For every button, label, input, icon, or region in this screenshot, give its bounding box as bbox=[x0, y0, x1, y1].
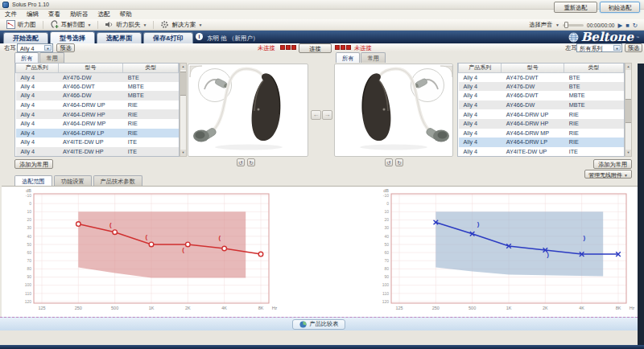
select-sound-dropdown[interactable]: 选择声音 bbox=[529, 21, 552, 29]
right-ear-series-select[interactable]: Ally 4▼ bbox=[17, 43, 53, 52]
product-compare-button[interactable]: 产品比较表 bbox=[292, 319, 346, 330]
svg-text:4K: 4K bbox=[579, 306, 584, 310]
scroll-down-icon[interactable]: ▼ bbox=[625, 150, 631, 156]
column-header[interactable]: 产品系列 bbox=[16, 64, 59, 72]
bottom-strip bbox=[0, 345, 644, 349]
solutions-button[interactable]: 解决方案▼ bbox=[155, 20, 207, 30]
svg-text:dB: dB bbox=[383, 188, 389, 193]
bottom-tab-0[interactable]: 选配范围 bbox=[14, 175, 52, 187]
column-header[interactable]: 产品系列 bbox=[459, 64, 502, 72]
tab-2[interactable]: 选配界面 bbox=[97, 32, 142, 43]
copy-to-right-icon[interactable]: → bbox=[322, 110, 332, 120]
cell: RIE bbox=[123, 119, 179, 129]
tab-1[interactable]: 型号选择 bbox=[50, 31, 95, 43]
rotate-right-icon[interactable]: ↻ bbox=[247, 158, 255, 166]
info-icon[interactable]: i bbox=[196, 33, 203, 40]
svg-text:125: 125 bbox=[395, 306, 402, 310]
table-row[interactable]: Ally 4AY464-DRW LPRIE bbox=[459, 138, 624, 147]
svg-text:110: 110 bbox=[25, 291, 31, 296]
ear-anatomy-button[interactable]: 耳解剖图▼ bbox=[45, 20, 97, 30]
cell: BTE bbox=[564, 72, 624, 82]
left-ear-hearing-aid-image bbox=[334, 64, 453, 157]
rotate-left-icon[interactable]: ↺ bbox=[385, 158, 393, 166]
tab-0[interactable]: 开始选配 bbox=[3, 32, 48, 43]
menu-item-5[interactable]: 帮助 bbox=[115, 10, 137, 19]
add-favorite-left-button[interactable]: 添加为常用 bbox=[14, 159, 53, 169]
copy-to-left-icon[interactable]: ← bbox=[311, 110, 321, 120]
menu-item-2[interactable]: 查看 bbox=[43, 10, 65, 19]
table-row[interactable]: Ally 4AY464-DRW MPRIE bbox=[16, 119, 179, 129]
toolbar-separator bbox=[153, 21, 154, 29]
table-row[interactable]: Ally 4AY464-DRW LPRIE bbox=[16, 129, 179, 138]
rotate-left-icon[interactable]: ↺ bbox=[237, 158, 245, 166]
sound-slider[interactable] bbox=[563, 24, 584, 27]
left-ear-series-select[interactable]: 所有系列▼ bbox=[576, 43, 622, 52]
table-row[interactable]: Ally 4AY476-DWBTE bbox=[459, 82, 624, 92]
table-row[interactable]: Ally 4AY464-DRW HPRIE bbox=[459, 119, 624, 129]
preselect-right-button[interactable]: 预选 bbox=[56, 43, 75, 52]
menu-item-4[interactable]: 选配 bbox=[93, 10, 115, 19]
right-table-scrollbar[interactable]: ▲ ▼ bbox=[625, 63, 632, 157]
cell: AY466-DW bbox=[502, 101, 564, 110]
table-row[interactable]: Ally 4AY464-DRW UPRIE bbox=[16, 101, 179, 110]
cell: AY476-DW bbox=[58, 72, 123, 82]
filter-tab-1[interactable]: 常用 bbox=[39, 52, 64, 63]
table-row[interactable]: Ally 4AY464-DRW UPRIE bbox=[459, 109, 624, 119]
tab-3[interactable]: 保存&打印 bbox=[143, 32, 193, 43]
svg-text:10: 10 bbox=[384, 209, 389, 214]
chevron-down-icon: ▼ bbox=[613, 45, 621, 51]
rotate-right-icon[interactable]: ↻ bbox=[395, 158, 403, 166]
stop-icon[interactable]: ■ bbox=[625, 20, 630, 31]
table-row[interactable]: Ally 4AY464-DRW MPRIE bbox=[459, 129, 624, 138]
add-favorite-right-button[interactable]: 添加为常用 bbox=[593, 159, 632, 169]
title-bar: Solus Pro 1.10 – ❐ ✕ bbox=[0, 0, 644, 10]
table-row[interactable]: Ally 4AY4ITE-DW HPITE bbox=[16, 147, 179, 157]
header-bar: 开始选配型号选择选配界面保存&打印 bbox=[0, 31, 644, 43]
loop-icon[interactable]: ↻ bbox=[633, 20, 638, 31]
menu-item-1[interactable]: 编辑 bbox=[22, 10, 43, 19]
menu-item-0[interactable]: 文件 bbox=[0, 10, 22, 19]
cell: AY464-DRW HP bbox=[502, 119, 564, 129]
svg-text:40: 40 bbox=[27, 234, 31, 239]
table-row[interactable]: Ally 4AY466-DWTMBTE bbox=[459, 91, 624, 101]
scroll-up-icon[interactable]: ▲ bbox=[625, 64, 631, 70]
table-row[interactable]: Ally 4AY4ITE-DW UPITE bbox=[459, 147, 624, 157]
play-icon[interactable]: ▶ bbox=[617, 20, 622, 31]
table-row[interactable]: Ally 4AY466-DWMBTE bbox=[16, 91, 179, 101]
table-row[interactable]: Ally 4AY476-DWBTE bbox=[16, 72, 179, 82]
scrollbar-thumb[interactable] bbox=[625, 99, 631, 123]
bottom-tab-2[interactable]: 产品技术参数 bbox=[93, 175, 142, 187]
refit-button[interactable]: 重新选配 bbox=[554, 2, 597, 13]
scrollbar-thumb[interactable] bbox=[180, 72, 186, 96]
hearing-loss-button[interactable]: 听力损失▼ bbox=[100, 20, 151, 30]
table-row[interactable]: Ally 4AY466-DWTMBTE bbox=[16, 82, 179, 92]
column-header[interactable]: 型号 bbox=[502, 64, 564, 72]
filter-tab-1[interactable]: 常用 bbox=[361, 52, 385, 63]
menu-item-3[interactable]: 助听器 bbox=[65, 10, 93, 19]
bottom-tab-1[interactable]: 功能设置 bbox=[54, 175, 92, 187]
left-table-scrollbar[interactable]: ▲ ▼ bbox=[180, 63, 187, 157]
cell: RIE bbox=[564, 119, 624, 129]
initial-fit-button[interactable]: 初始选配 bbox=[600, 2, 640, 13]
table-row[interactable]: Ally 4AY4ITE-DW UPITE bbox=[16, 138, 179, 147]
svg-text:): ) bbox=[584, 234, 586, 241]
column-header[interactable]: 类型 bbox=[123, 64, 179, 72]
svg-text:(: ( bbox=[219, 234, 221, 241]
table-row[interactable]: Ally 4AY464-DRW HPRIE bbox=[16, 109, 179, 119]
audiogram-button[interactable]: 听力图 bbox=[2, 20, 41, 30]
filter-tab-0[interactable]: 所有 bbox=[336, 52, 360, 63]
connect-button[interactable]: 连接 bbox=[299, 43, 332, 53]
pie-chart-icon bbox=[299, 321, 307, 328]
column-header[interactable]: 类型 bbox=[564, 64, 624, 72]
cell: Ally 4 bbox=[16, 119, 59, 129]
column-header[interactable]: 型号 bbox=[58, 64, 123, 72]
preselect-left-button[interactable]: 预选 bbox=[625, 43, 642, 52]
manage-wireless-button[interactable]: 管理无线附件 ▼ bbox=[584, 170, 632, 179]
filter-tab-0[interactable]: 所有 bbox=[14, 52, 39, 63]
slider-thumb[interactable] bbox=[564, 22, 568, 28]
table-row[interactable]: Ally 4AY466-DWMBTE bbox=[459, 101, 624, 110]
cell: Ally 4 bbox=[459, 82, 502, 92]
scroll-down-icon[interactable]: ▼ bbox=[180, 150, 186, 156]
table-row[interactable]: Ally 4AY476-DWTBTE bbox=[459, 72, 624, 82]
scroll-up-icon[interactable]: ▲ bbox=[180, 64, 186, 70]
